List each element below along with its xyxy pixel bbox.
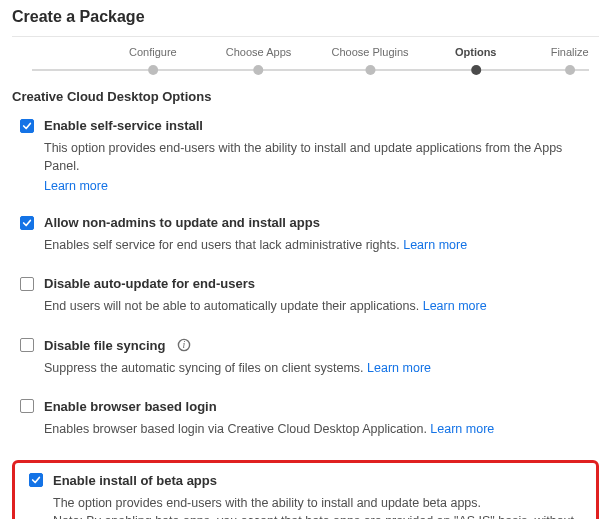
option-description: The option provides end-users with the a…: [53, 494, 584, 519]
option-note-text: Note: By enabling beta apps, you accept …: [53, 514, 574, 519]
info-icon[interactable]: i: [177, 338, 191, 352]
checkbox-beta-apps[interactable]: [29, 473, 43, 487]
option-label: Enable self-service install: [44, 118, 203, 133]
checkbox-browser-login[interactable]: [20, 399, 34, 413]
option-non-admin: Allow non-admins to update and install a…: [12, 215, 599, 254]
stepper-track: [32, 69, 589, 71]
step-label: Choose Plugins: [332, 47, 409, 58]
option-beta-apps: Enable install of beta apps The option p…: [23, 473, 588, 519]
option-label: Disable auto-update for end-users: [44, 276, 255, 291]
option-desc-text: End users will not be able to automatica…: [44, 299, 419, 313]
step-options[interactable]: Options: [455, 47, 497, 76]
option-label: Enable browser based login: [44, 399, 217, 414]
option-browser-login: Enable browser based login Enables brows…: [12, 399, 599, 438]
option-self-service: Enable self-service install This option …: [12, 118, 599, 193]
step-dot: [254, 65, 264, 75]
learn-more-link[interactable]: Learn more: [423, 299, 487, 313]
step-choose-apps[interactable]: Choose Apps: [226, 47, 291, 76]
option-disable-file-sync: Disable file syncing i Suppress the auto…: [12, 338, 599, 377]
step-dot: [471, 65, 481, 75]
learn-more-link[interactable]: Learn more: [403, 238, 467, 252]
wizard-stepper: Configure Choose Apps Choose Plugins Opt…: [12, 47, 599, 81]
option-label: Disable file syncing: [44, 338, 165, 353]
checkbox-disable-file-sync[interactable]: [20, 338, 34, 352]
checkbox-non-admin[interactable]: [20, 216, 34, 230]
checkbox-self-service[interactable]: [20, 119, 34, 133]
learn-more-link[interactable]: Learn more: [367, 361, 431, 375]
option-disable-auto-update: Disable auto-update for end-users End us…: [12, 276, 599, 315]
step-dot: [565, 65, 575, 75]
option-label: Allow non-admins to update and install a…: [44, 215, 320, 230]
option-description: Enables browser based login via Creative…: [44, 420, 595, 438]
step-label: Finalize: [551, 47, 589, 58]
option-description: Enables self service for end users that …: [44, 236, 595, 254]
learn-more-link[interactable]: Learn more: [44, 179, 595, 193]
svg-text:i: i: [183, 339, 186, 350]
learn-more-link[interactable]: Learn more: [430, 422, 494, 436]
divider: [12, 36, 599, 37]
checkbox-disable-auto-update[interactable]: [20, 277, 34, 291]
step-label: Configure: [129, 47, 177, 58]
step-dot: [148, 65, 158, 75]
step-choose-plugins[interactable]: Choose Plugins: [332, 47, 409, 76]
highlight-box-beta: Enable install of beta apps The option p…: [12, 460, 599, 519]
option-description: Suppress the automatic syncing of files …: [44, 359, 595, 377]
step-label: Options: [455, 47, 497, 58]
section-heading: Creative Cloud Desktop Options: [12, 89, 599, 104]
option-description: End users will not be able to automatica…: [44, 297, 595, 315]
step-configure[interactable]: Configure: [129, 47, 177, 76]
option-desc-text: Suppress the automatic syncing of files …: [44, 361, 364, 375]
step-label: Choose Apps: [226, 47, 291, 58]
option-label: Enable install of beta apps: [53, 473, 217, 488]
step-finalize[interactable]: Finalize: [551, 47, 589, 76]
step-dot: [365, 65, 375, 75]
option-desc-text: The option provides end-users with the a…: [53, 496, 481, 510]
page-title: Create a Package: [12, 8, 599, 26]
option-desc-text: Enables browser based login via Creative…: [44, 422, 427, 436]
option-desc-text: Enables self service for end users that …: [44, 238, 400, 252]
option-description: This option provides end-users with the …: [44, 139, 595, 175]
